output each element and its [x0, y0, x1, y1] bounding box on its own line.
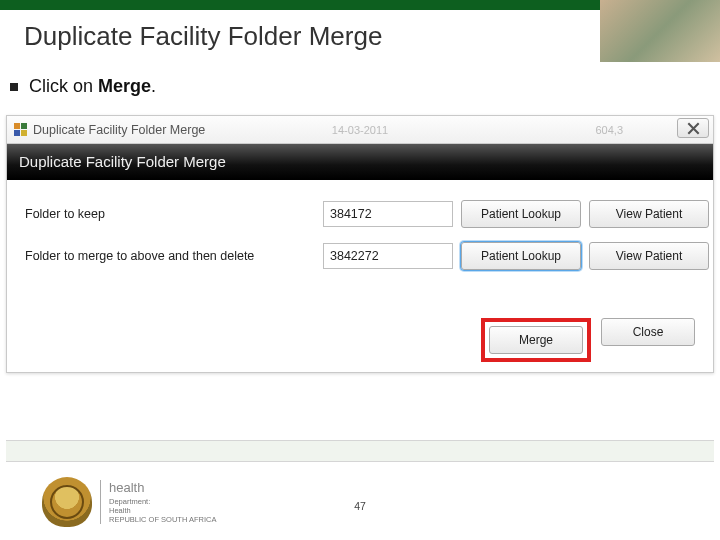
patient-lookup-button-merge[interactable]: Patient Lookup: [461, 242, 581, 270]
form-row-merge: Folder to merge to above and then delete…: [25, 242, 695, 270]
page-number: 47: [354, 500, 366, 512]
input-merge[interactable]: [323, 243, 453, 269]
dialog-banner-text: Duplicate Facility Folder Merge: [19, 153, 226, 170]
instruction-suffix: .: [151, 76, 156, 96]
close-button[interactable]: Close: [601, 318, 695, 346]
window-title: Duplicate Facility Folder Merge: [33, 123, 205, 137]
merge-button[interactable]: Merge: [489, 326, 583, 354]
window-close-button[interactable]: [677, 118, 709, 138]
crest-icon: [42, 477, 92, 527]
form-row-keep: Folder to keep Patient Lookup View Patie…: [25, 200, 695, 228]
app-icon: [13, 123, 27, 137]
action-row: Merge Close: [7, 300, 713, 372]
dialog-screenshot: Duplicate Facility Folder Merge 14-03-20…: [6, 115, 714, 373]
footer-lines: Department: Health REPUBLIC OF SOUTH AFR…: [109, 497, 217, 524]
header-photo: [600, 0, 720, 62]
view-patient-button-merge[interactable]: View Patient: [589, 242, 709, 270]
window-titlebar: Duplicate Facility Folder Merge 14-03-20…: [7, 116, 713, 144]
close-icon: [687, 122, 700, 135]
bullet-icon: [10, 83, 18, 91]
slide-header: Duplicate Facility Folder Merge: [0, 0, 720, 62]
form-body: Folder to keep Patient Lookup View Patie…: [7, 180, 713, 300]
slide-title: Duplicate Facility Folder Merge: [24, 21, 382, 52]
label-merge: Folder to merge to above and then delete: [25, 249, 315, 263]
instruction-bold: Merge: [98, 76, 151, 96]
patient-lookup-button-keep[interactable]: Patient Lookup: [461, 200, 581, 228]
bg-date: 14-03-2011: [332, 124, 388, 136]
slide-footer: health Department: Health REPUBLIC OF SO…: [0, 470, 720, 534]
input-keep[interactable]: [323, 201, 453, 227]
instruction-prefix: Click on: [29, 76, 98, 96]
view-patient-button-keep[interactable]: View Patient: [589, 200, 709, 228]
bg-table-strip: [6, 440, 714, 462]
merge-highlight: Merge: [481, 318, 591, 362]
dialog-banner: Duplicate Facility Folder Merge: [7, 144, 713, 180]
instruction: Click on Merge.: [0, 62, 720, 107]
footer-dept: health: [109, 480, 217, 495]
footer-text: health Department: Health REPUBLIC OF SO…: [100, 480, 217, 524]
slide-title-box: Duplicate Facility Folder Merge: [0, 10, 600, 62]
bg-num: 604,3: [595, 124, 623, 136]
label-keep: Folder to keep: [25, 207, 315, 221]
